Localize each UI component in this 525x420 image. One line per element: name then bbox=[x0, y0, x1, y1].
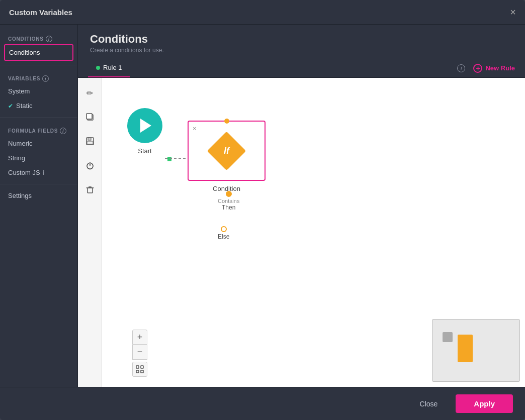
fit-button[interactable] bbox=[132, 362, 147, 377]
edit-icon[interactable]: ✏ bbox=[83, 86, 97, 100]
then-dot bbox=[226, 191, 232, 197]
tab-rule1[interactable]: Rule 1 bbox=[88, 59, 130, 77]
sidebar-item-string[interactable]: String bbox=[0, 151, 77, 165]
sidebar-item-customjs[interactable]: Custom JS i bbox=[0, 165, 77, 180]
window-title: Custom Variables bbox=[9, 8, 72, 17]
svg-rect-9 bbox=[136, 370, 139, 373]
start-circle bbox=[127, 108, 162, 143]
tab-dot bbox=[96, 66, 100, 70]
else-dot bbox=[221, 226, 227, 232]
plus-circle-icon: + bbox=[473, 64, 482, 73]
sidebar-item-numeric[interactable]: Numeric bbox=[0, 136, 77, 151]
condition-if-label: If bbox=[224, 146, 229, 156]
svg-rect-8 bbox=[141, 366, 143, 368]
else-label: Else bbox=[218, 233, 229, 240]
svg-rect-5 bbox=[88, 188, 93, 193]
page-title: Conditions bbox=[90, 33, 513, 46]
formula-section-label: FORMULA FIELDS i bbox=[0, 122, 77, 136]
title-bar: Custom Variables × bbox=[0, 0, 525, 25]
then-node[interactable]: Contains Then bbox=[218, 191, 239, 211]
power-icon[interactable] bbox=[83, 158, 97, 172]
start-node[interactable]: Start bbox=[127, 108, 162, 155]
conditions-section-label: CONDITIONS i bbox=[0, 30, 77, 44]
delete-icon[interactable] bbox=[83, 182, 97, 196]
zoom-controls: + − bbox=[132, 330, 147, 377]
tab-bar: Rule 1 i + New Rule bbox=[78, 59, 525, 78]
minimap bbox=[432, 319, 520, 382]
minimap-condition-node bbox=[458, 335, 473, 362]
save-icon[interactable] bbox=[83, 134, 97, 148]
else-node[interactable]: Else bbox=[218, 226, 229, 240]
sidebar-item-system[interactable]: System bbox=[0, 84, 77, 98]
sidebar-item-static[interactable]: ✔ Static bbox=[0, 98, 77, 113]
sidebar-item-conditions[interactable]: Conditions bbox=[4, 44, 73, 61]
customjs-info-icon[interactable]: i bbox=[43, 169, 45, 176]
sidebar-divider-2 bbox=[0, 117, 77, 118]
close-button[interactable]: Close bbox=[410, 396, 448, 412]
contains-label: Contains bbox=[218, 198, 239, 204]
content-header: Conditions Create a conditions for use. bbox=[78, 25, 525, 59]
canvas-toolbar: ✏ bbox=[78, 78, 102, 387]
variables-info-icon[interactable]: i bbox=[42, 75, 49, 82]
sidebar-divider-3 bbox=[0, 184, 77, 184]
svg-rect-3 bbox=[88, 138, 91, 140]
tab-info-icon[interactable]: i bbox=[457, 64, 465, 72]
canvas-area[interactable]: ✏ bbox=[78, 78, 525, 387]
sidebar-divider-1 bbox=[0, 65, 77, 65]
new-rule-button[interactable]: + New Rule bbox=[473, 60, 515, 77]
formula-info-icon[interactable]: i bbox=[60, 128, 66, 134]
footer: Close Apply bbox=[0, 387, 525, 420]
copy-icon[interactable] bbox=[83, 110, 97, 124]
condition-node[interactable]: × If Condition bbox=[188, 121, 266, 192]
minimap-start-node bbox=[443, 332, 453, 342]
page-subtitle: Create a conditions for use. bbox=[90, 47, 513, 54]
svg-rect-1 bbox=[86, 114, 92, 119]
content-area: Conditions Create a conditions for use. … bbox=[78, 25, 525, 387]
sidebar: CONDITIONS i Conditions VARIABLES i Syst… bbox=[0, 25, 78, 387]
condition-dot-top bbox=[224, 119, 229, 124]
condition-diamond-icon: If bbox=[207, 131, 246, 170]
canvas-content: Start × If bbox=[102, 78, 525, 387]
variables-section-label: VARIABLES i bbox=[0, 69, 77, 84]
then-label: Then bbox=[222, 204, 235, 211]
conditions-info-icon[interactable]: i bbox=[46, 36, 52, 42]
svg-rect-7 bbox=[136, 366, 139, 368]
close-window-button[interactable]: × bbox=[510, 7, 516, 17]
apply-button[interactable]: Apply bbox=[456, 394, 513, 413]
zoom-out-button[interactable]: − bbox=[132, 345, 147, 360]
sidebar-item-settings[interactable]: Settings bbox=[0, 188, 77, 203]
start-label: Start bbox=[138, 147, 151, 155]
svg-rect-10 bbox=[141, 370, 143, 373]
condition-close-icon[interactable]: × bbox=[193, 125, 197, 132]
zoom-in-button[interactable]: + bbox=[132, 330, 147, 345]
start-triangle-icon bbox=[140, 119, 151, 133]
svg-rect-4 bbox=[87, 141, 93, 144]
check-icon: ✔ bbox=[8, 102, 13, 110]
condition-box[interactable]: × If bbox=[188, 121, 266, 181]
